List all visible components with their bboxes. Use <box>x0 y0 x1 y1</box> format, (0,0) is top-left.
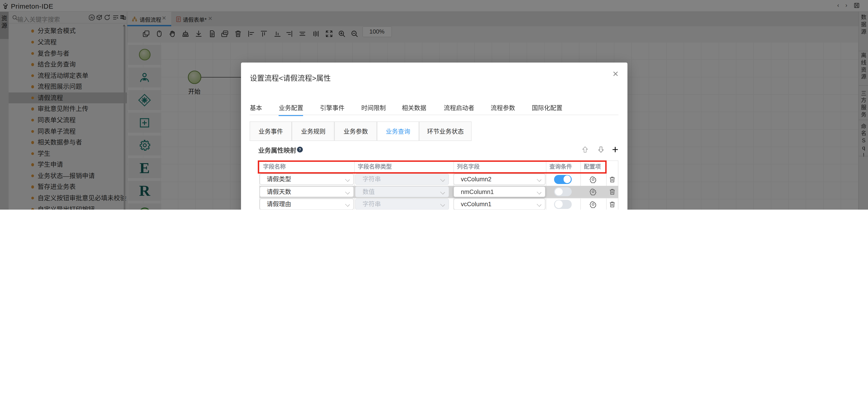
svg-text:?: ? <box>299 147 301 151</box>
